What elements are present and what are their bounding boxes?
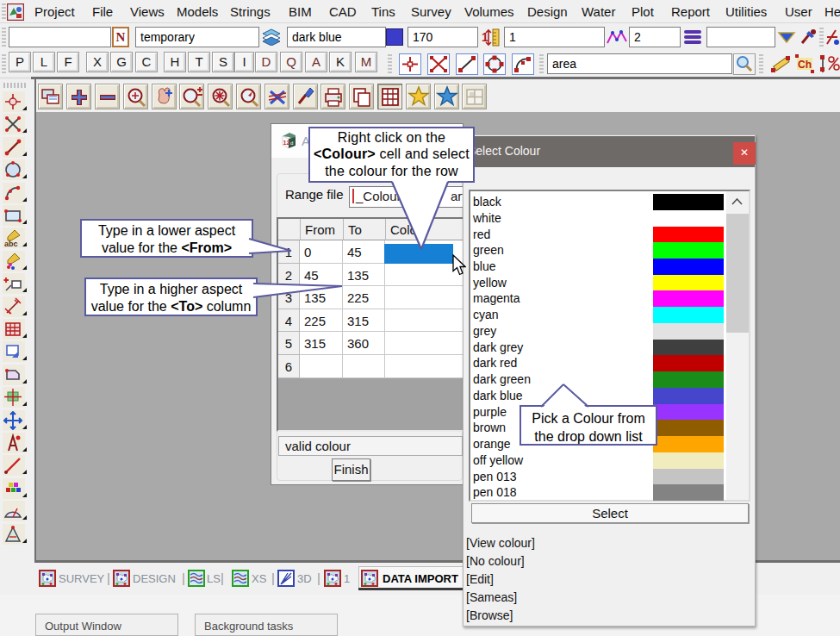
svg-text:d: d	[290, 140, 293, 146]
svg-text:12: 12	[283, 140, 290, 146]
svg-text:abc: abc	[4, 240, 18, 247]
svg-text:1: 1	[482, 30, 488, 44]
svg-text:Ch: Ch	[798, 59, 812, 71]
